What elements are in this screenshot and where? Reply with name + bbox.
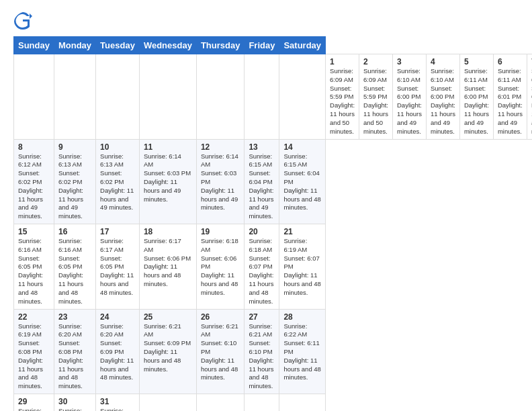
sunrise-text: Sunrise: 6:10 AM <box>431 67 454 83</box>
sunrise-text: Sunrise: 6:21 AM <box>249 322 272 338</box>
calendar-cell: 24 Sunrise: 6:20 AM Sunset: 6:09 PM Dayl… <box>96 309 140 394</box>
daylight-text: Daylight: 11 hours and 50 minutes. <box>330 101 355 134</box>
day-number: 17 <box>100 227 135 236</box>
calendar-cell: 25 Sunrise: 6:21 AM Sunset: 6:09 PM Dayl… <box>139 309 196 394</box>
calendar-cell: 21 Sunrise: 6:19 AM Sunset: 6:07 PM Dayl… <box>279 224 326 310</box>
daylight-text: Daylight: 11 hours and 48 minutes. <box>144 348 181 373</box>
day-number: 13 <box>249 142 275 152</box>
header-wednesday: Wednesday <box>139 37 196 54</box>
sunset-text: Sunset: 6:06 PM <box>201 255 236 271</box>
calendar-cell: 15 Sunrise: 6:16 AM Sunset: 6:05 PM Dayl… <box>14 224 54 310</box>
day-info: Sunrise: 6:19 AM Sunset: 6:07 PM Dayligh… <box>283 237 321 298</box>
day-info: Sunrise: 6:17 AM Sunset: 6:06 PM Dayligh… <box>144 237 192 289</box>
sunset-text: Sunset: 6:02 PM <box>58 169 82 185</box>
day-info: Sunrise: 6:20 AM Sunset: 6:09 PM Dayligh… <box>100 322 135 383</box>
calendar-table: SundayMondayTuesdayWednesdayThursdayFrid… <box>13 36 532 411</box>
day-number: 5 <box>464 57 489 66</box>
day-info: Sunrise: 6:11 AM Sunset: 6:00 PM Dayligh… <box>464 67 489 136</box>
sunset-text: Sunset: 5:59 PM <box>363 85 387 101</box>
day-number: 24 <box>100 312 135 322</box>
sunrise-text: Sunrise: 6:17 AM <box>100 237 124 253</box>
daylight-text: Daylight: 11 hours and 48 minutes. <box>100 357 134 381</box>
sunset-text: Sunset: 6:03 PM <box>144 169 191 177</box>
day-number: 16 <box>58 227 91 236</box>
sunrise-text: Sunrise: 6:13 AM <box>100 152 124 169</box>
day-number: 21 <box>283 227 321 236</box>
daylight-text: Daylight: 11 hours and 49 minutes. <box>144 178 181 203</box>
calendar-cell: 11 Sunrise: 6:14 AM Sunset: 6:03 PM Dayl… <box>139 139 196 224</box>
day-info: Sunrise: 6:15 AM Sunset: 6:04 PM Dayligh… <box>249 152 275 222</box>
sunrise-text: Sunrise: 6:14 AM <box>144 152 181 169</box>
sunrise-text: Sunrise: 6:20 AM <box>58 322 82 338</box>
day-info: Sunrise: 6:09 AM Sunset: 5:59 PM Dayligh… <box>330 67 355 136</box>
calendar-cell <box>139 394 196 412</box>
page: SundayMondayTuesdayWednesdayThursdayFrid… <box>0 0 532 411</box>
sunset-text: Sunset: 6:06 PM <box>144 255 191 262</box>
calendar-cell: 19 Sunrise: 6:18 AM Sunset: 6:06 PM Dayl… <box>196 224 245 310</box>
day-number: 2 <box>363 57 388 66</box>
sunset-text: Sunset: 6:07 PM <box>249 255 272 271</box>
day-info: Sunrise: 6:21 AM Sunset: 6:09 PM Dayligh… <box>144 322 192 374</box>
sunrise-text: Sunrise: 6:23 AM <box>58 407 82 411</box>
day-number: 29 <box>18 397 50 406</box>
calendar-cell: 7 Sunrise: 6:12 AM Sunset: 6:01 PM Dayli… <box>527 54 532 140</box>
sunrise-text: Sunrise: 6:22 AM <box>18 407 42 411</box>
daylight-text: Daylight: 11 hours and 49 minutes. <box>201 187 238 212</box>
sunset-text: Sunset: 6:05 PM <box>18 255 42 271</box>
sunrise-text: Sunrise: 6:17 AM <box>144 237 181 253</box>
calendar-cell: 3 Sunrise: 6:10 AM Sunset: 6:00 PM Dayli… <box>393 54 427 140</box>
day-number: 4 <box>431 57 455 66</box>
calendar-cell: 1 Sunrise: 6:09 AM Sunset: 5:59 PM Dayli… <box>326 54 359 140</box>
calendar-cell: 26 Sunrise: 6:21 AM Sunset: 6:10 PM Dayl… <box>196 309 245 394</box>
sunset-text: Sunset: 6:05 PM <box>58 255 82 271</box>
sunset-text: Sunset: 6:02 PM <box>100 169 124 185</box>
calendar-cell: 8 Sunrise: 6:12 AM Sunset: 6:02 PM Dayli… <box>14 139 54 224</box>
day-number: 15 <box>18 227 50 236</box>
day-info: Sunrise: 6:21 AM Sunset: 6:10 PM Dayligh… <box>249 322 275 392</box>
calendar-cell: 16 Sunrise: 6:16 AM Sunset: 6:05 PM Dayl… <box>54 224 95 310</box>
day-info: Sunrise: 6:22 AM Sunset: 6:11 PM Dayligh… <box>18 407 50 411</box>
calendar-cell <box>245 54 279 140</box>
calendar-cell: 13 Sunrise: 6:15 AM Sunset: 6:04 PM Dayl… <box>245 139 279 224</box>
calendar-cell: 27 Sunrise: 6:21 AM Sunset: 6:10 PM Dayl… <box>245 309 279 394</box>
sunrise-text: Sunrise: 6:16 AM <box>18 237 42 253</box>
daylight-text: Daylight: 11 hours and 49 minutes. <box>18 187 43 220</box>
sunrise-text: Sunrise: 6:11 AM <box>464 67 488 83</box>
sunset-text: Sunset: 6:08 PM <box>58 339 82 355</box>
calendar-cell: 20 Sunrise: 6:18 AM Sunset: 6:07 PM Dayl… <box>245 224 279 310</box>
daylight-text: Daylight: 11 hours and 49 minutes. <box>100 187 134 212</box>
sunrise-text: Sunrise: 6:09 AM <box>363 67 387 83</box>
day-info: Sunrise: 6:16 AM Sunset: 6:05 PM Dayligh… <box>58 237 91 306</box>
day-number: 19 <box>201 227 240 236</box>
calendar-cell <box>279 54 326 140</box>
day-info: Sunrise: 6:14 AM Sunset: 6:03 PM Dayligh… <box>201 152 240 213</box>
day-number: 28 <box>283 312 321 322</box>
header-sunday: Sunday <box>14 37 54 54</box>
day-number: 6 <box>498 57 523 66</box>
sunset-text: Sunset: 6:00 PM <box>464 85 488 101</box>
calendar-cell: 4 Sunrise: 6:10 AM Sunset: 6:00 PM Dayli… <box>426 54 459 140</box>
sunrise-text: Sunrise: 6:12 AM <box>18 152 42 169</box>
calendar-cell: 28 Sunrise: 6:22 AM Sunset: 6:11 PM Dayl… <box>279 309 326 394</box>
day-info: Sunrise: 6:16 AM Sunset: 6:05 PM Dayligh… <box>18 237 50 306</box>
daylight-text: Daylight: 11 hours and 49 minutes. <box>249 187 273 220</box>
day-info: Sunrise: 6:11 AM Sunset: 6:01 PM Dayligh… <box>498 67 523 136</box>
daylight-text: Daylight: 11 hours and 48 minutes. <box>283 271 320 296</box>
sunrise-text: Sunrise: 6:10 AM <box>397 67 420 83</box>
sunrise-text: Sunrise: 6:09 AM <box>330 67 353 83</box>
daylight-text: Daylight: 11 hours and 48 minutes. <box>18 271 43 304</box>
daylight-text: Daylight: 11 hours and 48 minutes. <box>58 271 83 304</box>
calendar-cell: 18 Sunrise: 6:17 AM Sunset: 6:06 PM Dayl… <box>139 224 196 310</box>
daylight-text: Daylight: 11 hours and 48 minutes. <box>201 357 238 381</box>
day-number: 20 <box>249 227 275 236</box>
calendar-cell: 9 Sunrise: 6:13 AM Sunset: 6:02 PM Dayli… <box>54 139 95 224</box>
calendar-cell: 10 Sunrise: 6:13 AM Sunset: 6:02 PM Dayl… <box>96 139 140 224</box>
calendar-week-5: 29 Sunrise: 6:22 AM Sunset: 6:11 PM Dayl… <box>14 394 533 412</box>
top-section <box>13 11 519 30</box>
calendar-cell: 30 Sunrise: 6:23 AM Sunset: 6:12 PM Dayl… <box>54 394 95 412</box>
day-number: 22 <box>18 312 50 322</box>
day-info: Sunrise: 6:19 AM Sunset: 6:08 PM Dayligh… <box>18 322 50 392</box>
sunrise-text: Sunrise: 6:20 AM <box>100 322 124 338</box>
day-info: Sunrise: 6:23 AM Sunset: 6:12 PM Dayligh… <box>58 407 91 411</box>
daylight-text: Daylight: 11 hours and 49 minutes. <box>464 101 489 134</box>
